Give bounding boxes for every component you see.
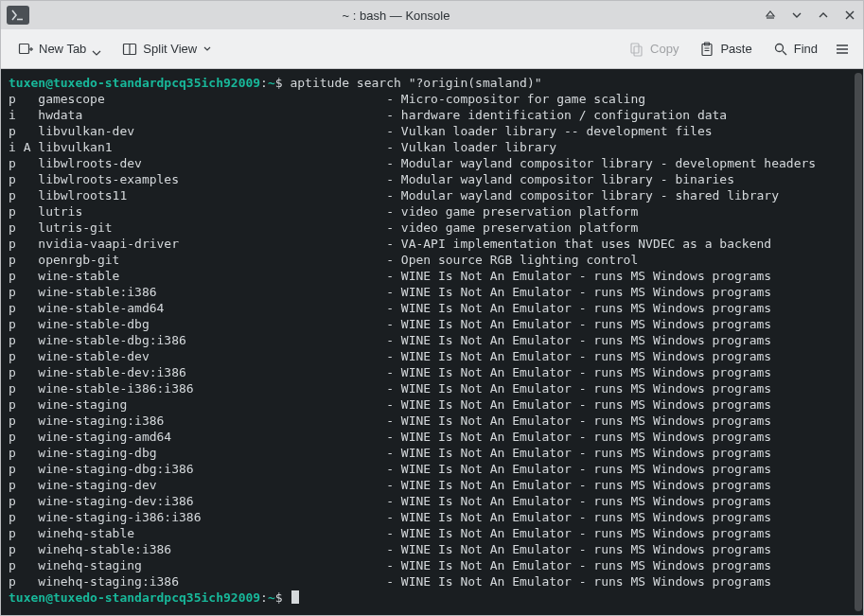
svg-rect-9	[631, 44, 639, 53]
keep-above-icon[interactable]	[763, 8, 778, 23]
new-tab-icon	[18, 42, 33, 57]
split-view-button[interactable]: Split View	[115, 38, 220, 61]
svg-point-15	[775, 44, 783, 51]
split-view-label: Split View	[143, 42, 197, 56]
copy-icon	[629, 42, 644, 57]
find-label: Find	[794, 42, 818, 56]
terminal-area[interactable]: tuxen@tuxedo-standardpcq35ich92009:~$ ap…	[1, 69, 863, 615]
titlebar[interactable]: ~ : bash — Konsole	[1, 1, 863, 29]
copy-label: Copy	[650, 42, 679, 56]
terminal-output[interactable]: tuxen@tuxedo-standardpcq35ich92009:~$ ap…	[5, 73, 859, 611]
minimize-icon[interactable]	[789, 8, 804, 23]
new-tab-button[interactable]: New Tab	[10, 38, 109, 61]
paste-icon	[699, 42, 714, 57]
toolbar: New Tab Split View Copy Paste	[1, 29, 863, 69]
search-icon	[773, 42, 788, 57]
find-button[interactable]: Find	[766, 38, 825, 61]
window-controls	[763, 8, 857, 23]
svg-rect-10	[634, 46, 642, 56]
chevron-down-icon[interactable]	[203, 42, 212, 57]
hamburger-menu-button[interactable]	[831, 38, 854, 61]
chevron-down-icon[interactable]	[92, 42, 101, 57]
svg-line-16	[783, 51, 786, 55]
copy-button[interactable]: Copy	[622, 38, 686, 61]
terminal-cursor	[291, 590, 299, 604]
scrollbar-thumb[interactable]	[855, 73, 862, 611]
close-icon[interactable]	[842, 8, 857, 23]
paste-label: Paste	[720, 42, 751, 56]
split-view-icon	[122, 42, 137, 57]
scrollbar[interactable]	[855, 73, 862, 611]
svg-rect-4	[20, 44, 29, 53]
hamburger-icon	[835, 42, 850, 57]
maximize-icon[interactable]	[816, 8, 831, 23]
new-tab-label: New Tab	[39, 42, 86, 56]
terminal-app-icon	[7, 6, 29, 25]
paste-button[interactable]: Paste	[692, 38, 759, 61]
konsole-window: ~ : bash — Konsole New Tab	[0, 0, 864, 616]
window-title: ~ : bash — Konsole	[29, 9, 763, 23]
